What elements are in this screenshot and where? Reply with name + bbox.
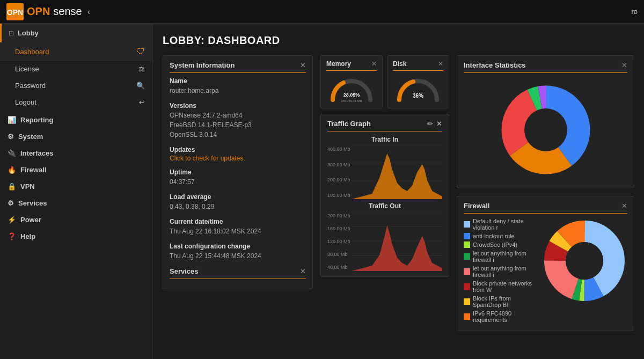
services-title: Services bbox=[170, 267, 199, 275]
firewall-title: Firewall bbox=[464, 202, 489, 210]
interfaces-label: Interfaces bbox=[20, 149, 53, 157]
system-label: System bbox=[18, 133, 43, 141]
legend-item-2: CrowdSec (IPv4) bbox=[464, 241, 536, 248]
svg-point-30 bbox=[566, 242, 603, 280]
svg-text:28.05%: 28.05% bbox=[343, 92, 360, 98]
memory-close[interactable]: ✕ bbox=[371, 60, 377, 68]
legend-label-6: Block IPs from SpamDrop Bl bbox=[473, 295, 536, 308]
sysinfo-uptime-value: 04:37:57 bbox=[170, 177, 306, 187]
sidebar-item-license[interactable]: License ⚖ bbox=[0, 61, 152, 77]
sysinfo-updates-label: Updates bbox=[170, 146, 306, 153]
legend-color-0 bbox=[464, 221, 470, 228]
sysinfo-load-label: Load average bbox=[170, 193, 306, 201]
dashboard-label: Dashboard bbox=[15, 48, 49, 56]
reporting-label: Reporting bbox=[20, 116, 53, 124]
firewall-icon: 🔥 bbox=[8, 166, 16, 174]
interface-stats-widget: Interface Statistics ✕ bbox=[457, 55, 634, 188]
legend-item-4: let out anything from firewall i bbox=[464, 265, 536, 278]
logo-sense: sense bbox=[53, 5, 82, 18]
help-label: Help bbox=[20, 232, 35, 240]
memory-gauge-svg: 28.05% 289 / 8191 MB bbox=[327, 74, 376, 104]
legend-color-5 bbox=[464, 283, 470, 290]
legend-label-1: anti-lockout rule bbox=[473, 233, 515, 239]
traffic-out-chart: 200.00 Mb 160.00 Mb 120.00 Mb 80.00 Mb 4… bbox=[327, 212, 442, 271]
services-widget: Services ✕ bbox=[170, 267, 306, 279]
logo: OPN OPNsense bbox=[6, 3, 82, 20]
sidebar-item-logout[interactable]: Logout ↩ bbox=[0, 94, 152, 111]
legend-color-4 bbox=[464, 268, 470, 275]
sysinfo-uptime-row: Uptime 04:37:57 bbox=[170, 168, 306, 187]
legend-item-6: Block IPs from SpamDrop Bl bbox=[464, 295, 536, 308]
middle-column: Memory ✕ 28.05% 289 / 8191 MB bbox=[320, 55, 449, 277]
firewall-content: Default deny / state violation r anti-lo… bbox=[464, 218, 627, 325]
sidebar-item-dashboard[interactable]: Dashboard 🛡 bbox=[0, 42, 152, 61]
disk-gauge-svg: 36% bbox=[394, 74, 442, 104]
interface-stats-header: Interface Statistics ✕ bbox=[464, 61, 627, 73]
legend-item-1: anti-lockout rule bbox=[464, 233, 536, 239]
sidebar-section-interfaces[interactable]: 🔌 Interfaces bbox=[0, 144, 152, 160]
legend-item-5: Block private networks from W bbox=[464, 280, 536, 293]
interface-stats-title: Interface Statistics bbox=[464, 61, 526, 69]
password-label: Password bbox=[15, 82, 46, 90]
legend-label-5: Block private networks from W bbox=[473, 280, 536, 293]
logo-opn: OPN bbox=[27, 5, 50, 18]
sidebar-lobby-label: Lobby bbox=[18, 29, 39, 37]
sidebar-section-help[interactable]: ❓ Help bbox=[0, 227, 152, 244]
sysinfo-load-row: Load average 0.43, 0.38, 0.29 bbox=[170, 193, 306, 211]
sidebar-section-reporting[interactable]: 📊 Reporting bbox=[0, 111, 152, 127]
sysinfo-datetime-row: Current date/time Thu Aug 22 16:18:02 MS… bbox=[170, 218, 306, 236]
sysinfo-lastconfig-label: Last configuration change bbox=[170, 243, 306, 250]
firewall-donut bbox=[541, 218, 627, 304]
legend-label-2: CrowdSec (IPv4) bbox=[473, 241, 517, 248]
services-close[interactable]: ✕ bbox=[300, 267, 306, 275]
sysinfo-lastconfig-row: Last configuration change Thu Aug 22 15:… bbox=[170, 243, 306, 261]
disk-close[interactable]: ✕ bbox=[438, 60, 443, 68]
services-label: Services bbox=[18, 199, 47, 207]
interface-stats-close[interactable]: ✕ bbox=[621, 61, 627, 69]
sidebar-section-lobby[interactable]: □ Lobby bbox=[0, 24, 152, 42]
traffic-in-svg bbox=[352, 145, 442, 199]
gauges-row: Memory ✕ 28.05% 289 / 8191 MB bbox=[320, 55, 449, 108]
svg-text:289 / 8191 MB: 289 / 8191 MB bbox=[341, 99, 362, 102]
sidebar-toggle[interactable]: ‹ bbox=[87, 7, 90, 17]
vpn-label: VPN bbox=[20, 182, 35, 191]
sysinfo-name-value: router.home.arpa bbox=[170, 86, 306, 96]
sysinfo-datetime-label: Current date/time bbox=[170, 218, 306, 225]
sidebar-section-vpn[interactable]: 🔒 VPN bbox=[0, 177, 152, 194]
logo-icon: OPN bbox=[6, 3, 24, 20]
license-icon: ⚖ bbox=[138, 65, 145, 73]
system-icon: ⚙ bbox=[8, 133, 14, 141]
logout-icon: ↩ bbox=[139, 98, 145, 106]
legend-color-1 bbox=[464, 233, 470, 239]
reporting-icon: 📊 bbox=[8, 116, 16, 124]
sysinfo-load-value: 0.43, 0.38, 0.29 bbox=[170, 202, 306, 211]
topbar: OPN OPNsense ‹ ro bbox=[0, 0, 644, 24]
sidebar-section-power[interactable]: ⚡ Power bbox=[0, 210, 152, 227]
svg-text:36%: 36% bbox=[413, 93, 423, 99]
traffic-edit-icon[interactable]: ✏ bbox=[427, 120, 433, 128]
vpn-icon: 🔒 bbox=[8, 182, 16, 191]
password-icon: 🔍 bbox=[136, 82, 145, 90]
sidebar-section-services[interactable]: ⚙ Services bbox=[0, 194, 152, 210]
content-area: LOBBY: DASHBOARD System Information ✕ Na… bbox=[153, 24, 644, 359]
firewall-header: Firewall ✕ bbox=[464, 202, 627, 214]
sysinfo-name-label: Name bbox=[170, 77, 306, 85]
traffic-close[interactable]: ✕ bbox=[436, 120, 442, 128]
sidebar-item-password[interactable]: Password 🔍 bbox=[0, 77, 152, 94]
sysinfo-version3: OpenSSL 3.0.14 bbox=[170, 130, 306, 140]
services-icon: ⚙ bbox=[8, 199, 14, 207]
sysinfo-updates-link[interactable]: Click to check for updates. bbox=[170, 155, 306, 162]
memory-title: Memory bbox=[326, 60, 351, 68]
sidebar-section-system[interactable]: ⚙ System bbox=[0, 127, 152, 144]
sysinfo-version2: FreeBSD 14.1-RELEASE-p3 bbox=[170, 120, 306, 130]
topbar-user: ro bbox=[631, 8, 638, 16]
sysinfo-name-row: Name router.home.arpa bbox=[170, 77, 306, 96]
memory-header: Memory ✕ bbox=[326, 60, 377, 71]
traffic-in-chart: 400.00 Mb 300.00 Mb 200.00 Mb 100.00 Mb bbox=[327, 145, 442, 199]
system-info-close[interactable]: ✕ bbox=[300, 61, 306, 69]
svg-point-21 bbox=[524, 108, 567, 151]
sidebar-section-firewall[interactable]: 🔥 Firewall bbox=[0, 160, 152, 177]
traffic-graph-widget: Traffic Graph ✏ ✕ Traffic In 400.00 Mb 3… bbox=[320, 114, 449, 277]
power-label: Power bbox=[20, 216, 41, 224]
firewall-close[interactable]: ✕ bbox=[621, 202, 627, 210]
